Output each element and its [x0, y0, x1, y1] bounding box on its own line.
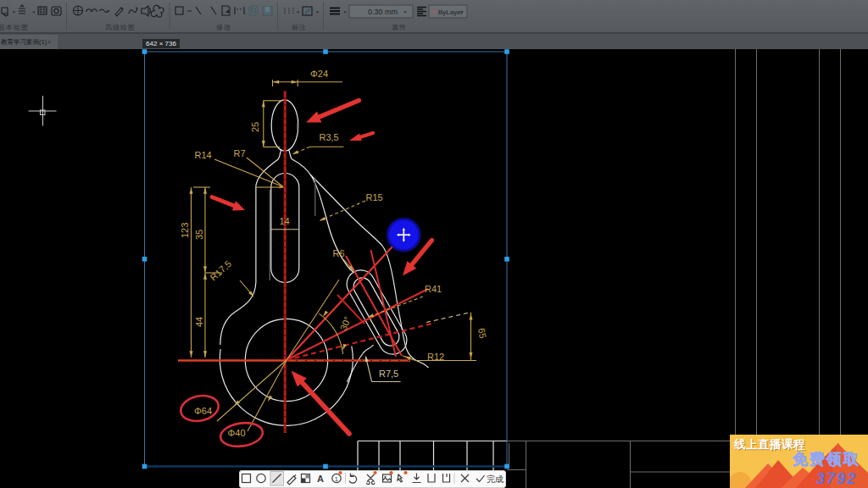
svg-text:1: 1 [335, 475, 338, 483]
svg-text:完成: 完成 [487, 474, 504, 484]
svg-text:A: A [317, 474, 324, 484]
